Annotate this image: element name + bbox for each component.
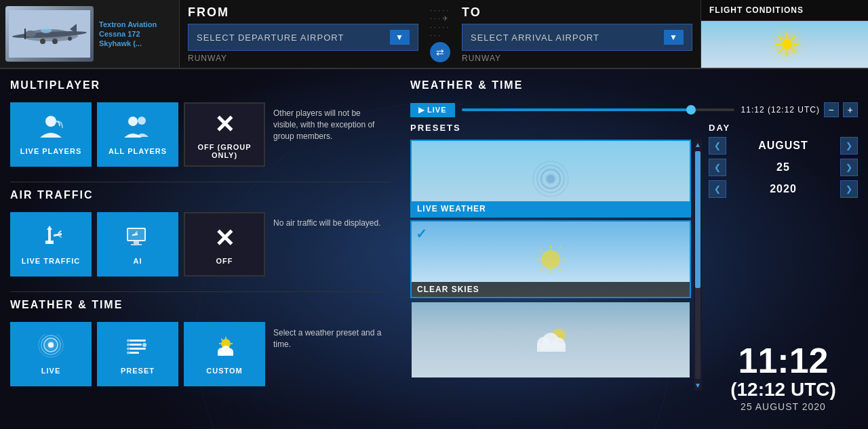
custom-weather-icon <box>211 334 238 363</box>
year-next-button[interactable]: ❯ <box>840 180 858 198</box>
live-players-button[interactable]: LIVE PLAYERS <box>10 102 92 167</box>
multiplayer-options: LIVE PLAYERS ALL PLAYERS ✕ <box>10 102 390 175</box>
presets-header: PRESETS <box>410 123 702 133</box>
svg-point-18 <box>138 117 146 125</box>
svg-point-39 <box>127 347 130 350</box>
month-next-button[interactable]: ❯ <box>840 137 858 155</box>
off-traffic-button[interactable]: ✕ OFF <box>184 212 265 277</box>
time-slider-thumb <box>686 105 696 115</box>
weather-time-options: LIVE <box>10 322 390 394</box>
airport-selector: FROM SELECT DEPARTURE AIRPORT ▼ RUNWAY ·… <box>180 0 701 68</box>
multiplayer-buttons-row: LIVE PLAYERS ALL PLAYERS ✕ <box>10 102 265 167</box>
year-prev-button[interactable]: ❮ <box>709 180 726 198</box>
weather-time-description: Select a weather preset and a time. <box>265 322 390 356</box>
aircraft-brand: Textron Aviation <box>99 20 157 28</box>
live-weather-preset[interactable]: LIVE WEATHER <box>410 140 691 218</box>
live-button[interactable]: ▶ LIVE <box>410 103 455 117</box>
cloudy-preset-bg <box>412 302 690 377</box>
svg-line-62 <box>559 246 561 249</box>
svg-marker-20 <box>47 226 52 230</box>
svg-rect-36 <box>130 352 139 354</box>
big-clock: 11:12 (12:12 UTC) 25 AUGUST 2020 <box>709 336 858 419</box>
live-traffic-button[interactable]: LIVE TRAFFIC <box>10 212 92 277</box>
year-value: 2020 <box>726 183 840 195</box>
arrival-airport-dropdown[interactable]: SELECT ARRIVAL AIRPORT ▼ <box>462 24 692 51</box>
month-row: ❮ AUGUST ❯ <box>709 137 858 155</box>
departure-dropdown-arrow[interactable]: ▼ <box>390 30 410 45</box>
departure-airport-text: SELECT DEPARTURE AIRPORT <box>197 33 344 43</box>
live-weather-button[interactable]: LIVE <box>10 322 92 386</box>
day-next-button[interactable]: ❯ <box>840 159 858 176</box>
time-minus-button[interactable]: − <box>824 102 839 117</box>
off-group-icon: ✕ <box>214 110 235 139</box>
svg-point-9 <box>52 39 58 44</box>
preset-weather-label: PRESET <box>121 367 155 375</box>
day-number-row: ❮ 25 ❯ <box>709 159 858 176</box>
preset-weather-icon <box>124 334 151 363</box>
svg-line-46 <box>221 339 222 340</box>
cloudy-preset[interactable] <box>410 301 691 379</box>
svg-rect-25 <box>131 244 142 245</box>
divider-1 <box>10 182 390 182</box>
month-prev-button[interactable]: ❮ <box>709 137 726 155</box>
off-traffic-label: OFF <box>216 257 233 265</box>
svg-point-56 <box>541 250 560 269</box>
svg-point-17 <box>128 117 138 126</box>
time-slider[interactable] <box>462 108 734 111</box>
svg-point-16 <box>45 116 56 127</box>
all-players-button[interactable]: ALL PLAYERS <box>97 102 178 167</box>
aircraft-info: Textron Aviation Cessna 172 Skyhawk (... <box>99 20 174 49</box>
to-section: TO SELECT ARRIVAL AIRPORT ▼ RUNWAY <box>454 0 701 68</box>
top-bar: Textron Aviation Cessna 172 Skyhawk (...… <box>0 0 868 69</box>
from-label: FROM <box>188 5 418 20</box>
off-traffic-icon: ✕ <box>214 224 235 253</box>
svg-line-64 <box>559 268 561 270</box>
flight-conditions-panel: FLIGHT CONDITIONS ☀ <box>701 0 868 68</box>
svg-point-37 <box>127 339 130 342</box>
preset-weather-button[interactable]: PRESET <box>97 322 178 386</box>
svg-rect-32 <box>130 340 146 342</box>
air-traffic-buttons-row: LIVE TRAFFIC <box>10 212 265 277</box>
to-label: TO <box>462 5 692 20</box>
day-header: DAY <box>709 123 858 133</box>
big-utc-display: (12:12 UTC) <box>715 378 851 401</box>
ai-traffic-button[interactable]: AI <box>97 212 178 277</box>
departure-airport-dropdown[interactable]: SELECT DEPARTURE AIRPORT ▼ <box>188 24 418 51</box>
day-column: DAY ❮ AUGUST ❯ ❮ 25 ❯ <box>709 123 858 419</box>
live-weather-label: LIVE <box>41 367 60 375</box>
off-group-only-button[interactable]: ✕ OFF (GROUP ONLY) <box>184 102 265 167</box>
svg-rect-69 <box>537 344 566 352</box>
aircraft-image <box>5 6 94 62</box>
clear-skies-preset[interactable]: ✓ <box>410 220 691 298</box>
weather-main-area: PRESETS <box>410 123 858 419</box>
presets-scroll-list: LIVE WEATHER ✓ <box>410 140 691 390</box>
svg-rect-50 <box>218 352 233 356</box>
presets-column: PRESETS <box>410 123 702 419</box>
swap-airports-button[interactable]: ⇄ <box>430 42 450 62</box>
svg-point-40 <box>127 351 130 354</box>
time-slider-fill <box>462 108 694 111</box>
left-panel: MULTIPLAYER LIVE PLAYERS <box>0 69 400 429</box>
scroll-down-arrow[interactable]: ▼ <box>694 382 701 389</box>
time-plus-button[interactable]: + <box>843 102 858 117</box>
custom-weather-label: CUSTOM <box>206 367 242 375</box>
weather-detail-panel: WEATHER & TIME ▶ LIVE 11:12 (12:12 UTC) … <box>400 69 868 429</box>
year-row: ❮ 2020 ❯ <box>709 180 858 198</box>
svg-rect-33 <box>130 344 142 346</box>
arrival-dropdown-arrow[interactable]: ▼ <box>664 30 684 45</box>
air-traffic-description: No air traffic will be displayed. <box>265 212 390 234</box>
divider-2 <box>10 291 390 292</box>
flight-conditions-title: FLIGHT CONDITIONS <box>701 0 868 21</box>
time-display: 11:12 (12:12 UTC) − + <box>741 102 858 117</box>
all-players-icon <box>123 115 153 143</box>
custom-weather-button[interactable]: CUSTOM <box>184 322 265 386</box>
multiplayer-section-title: MULTIPLAYER <box>10 79 390 94</box>
scroll-up-arrow[interactable]: ▲ <box>694 141 701 148</box>
weather-panel-title: WEATHER & TIME <box>410 79 858 94</box>
air-traffic-section-title: AIR TRAFFIC <box>10 189 390 204</box>
ai-traffic-icon <box>123 224 153 253</box>
svg-point-6 <box>41 28 52 33</box>
svg-rect-24 <box>134 241 139 244</box>
time-slider-container: ▶ LIVE 11:12 (12:12 UTC) − + <box>410 102 858 117</box>
day-prev-button[interactable]: ❮ <box>709 159 726 176</box>
